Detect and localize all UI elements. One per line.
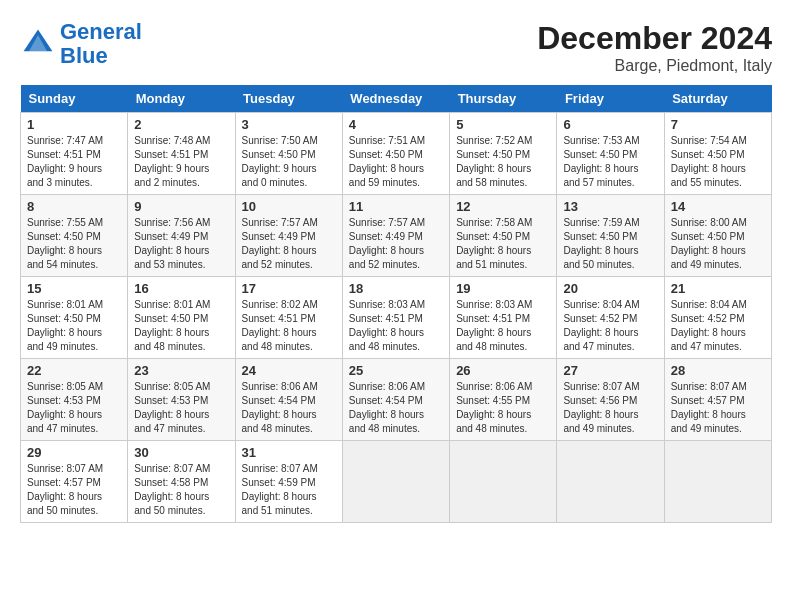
day-number: 12 (456, 199, 550, 214)
day-number: 28 (671, 363, 765, 378)
day-number: 24 (242, 363, 336, 378)
day-number: 3 (242, 117, 336, 132)
weekday-header-saturday: Saturday (664, 85, 771, 113)
weekday-header-friday: Friday (557, 85, 664, 113)
day-info: Sunrise: 7:51 AM Sunset: 4:50 PM Dayligh… (349, 134, 443, 190)
day-info: Sunrise: 7:55 AM Sunset: 4:50 PM Dayligh… (27, 216, 121, 272)
day-number: 13 (563, 199, 657, 214)
calendar-cell (557, 441, 664, 523)
day-info: Sunrise: 7:58 AM Sunset: 4:50 PM Dayligh… (456, 216, 550, 272)
calendar-cell: 19Sunrise: 8:03 AM Sunset: 4:51 PM Dayli… (450, 277, 557, 359)
calendar-cell: 31Sunrise: 8:07 AM Sunset: 4:59 PM Dayli… (235, 441, 342, 523)
calendar-cell: 30Sunrise: 8:07 AM Sunset: 4:58 PM Dayli… (128, 441, 235, 523)
logo-text: General Blue (60, 20, 142, 68)
day-info: Sunrise: 7:48 AM Sunset: 4:51 PM Dayligh… (134, 134, 228, 190)
calendar-cell: 2Sunrise: 7:48 AM Sunset: 4:51 PM Daylig… (128, 113, 235, 195)
calendar-table: SundayMondayTuesdayWednesdayThursdayFrid… (20, 85, 772, 523)
day-number: 10 (242, 199, 336, 214)
day-info: Sunrise: 7:54 AM Sunset: 4:50 PM Dayligh… (671, 134, 765, 190)
day-info: Sunrise: 8:06 AM Sunset: 4:54 PM Dayligh… (349, 380, 443, 436)
day-info: Sunrise: 8:07 AM Sunset: 4:59 PM Dayligh… (242, 462, 336, 518)
day-info: Sunrise: 8:01 AM Sunset: 4:50 PM Dayligh… (27, 298, 121, 354)
day-number: 4 (349, 117, 443, 132)
day-number: 17 (242, 281, 336, 296)
day-info: Sunrise: 7:52 AM Sunset: 4:50 PM Dayligh… (456, 134, 550, 190)
calendar-cell: 16Sunrise: 8:01 AM Sunset: 4:50 PM Dayli… (128, 277, 235, 359)
weekday-header-sunday: Sunday (21, 85, 128, 113)
calendar-cell: 24Sunrise: 8:06 AM Sunset: 4:54 PM Dayli… (235, 359, 342, 441)
day-number: 15 (27, 281, 121, 296)
weekday-header-thursday: Thursday (450, 85, 557, 113)
calendar-cell: 18Sunrise: 8:03 AM Sunset: 4:51 PM Dayli… (342, 277, 449, 359)
calendar-cell (450, 441, 557, 523)
weekday-header-wednesday: Wednesday (342, 85, 449, 113)
day-info: Sunrise: 7:56 AM Sunset: 4:49 PM Dayligh… (134, 216, 228, 272)
day-number: 7 (671, 117, 765, 132)
day-number: 25 (349, 363, 443, 378)
day-info: Sunrise: 8:05 AM Sunset: 4:53 PM Dayligh… (27, 380, 121, 436)
weekday-header-tuesday: Tuesday (235, 85, 342, 113)
day-info: Sunrise: 8:02 AM Sunset: 4:51 PM Dayligh… (242, 298, 336, 354)
day-number: 1 (27, 117, 121, 132)
calendar-cell: 29Sunrise: 8:07 AM Sunset: 4:57 PM Dayli… (21, 441, 128, 523)
calendar-cell: 21Sunrise: 8:04 AM Sunset: 4:52 PM Dayli… (664, 277, 771, 359)
day-number: 8 (27, 199, 121, 214)
calendar-cell (342, 441, 449, 523)
calendar-cell: 5Sunrise: 7:52 AM Sunset: 4:50 PM Daylig… (450, 113, 557, 195)
calendar-cell: 13Sunrise: 7:59 AM Sunset: 4:50 PM Dayli… (557, 195, 664, 277)
day-info: Sunrise: 8:06 AM Sunset: 4:54 PM Dayligh… (242, 380, 336, 436)
calendar-cell: 6Sunrise: 7:53 AM Sunset: 4:50 PM Daylig… (557, 113, 664, 195)
day-info: Sunrise: 8:07 AM Sunset: 4:56 PM Dayligh… (563, 380, 657, 436)
day-info: Sunrise: 8:07 AM Sunset: 4:57 PM Dayligh… (27, 462, 121, 518)
day-number: 21 (671, 281, 765, 296)
day-number: 5 (456, 117, 550, 132)
day-number: 23 (134, 363, 228, 378)
page-subtitle: Barge, Piedmont, Italy (537, 57, 772, 75)
day-info: Sunrise: 7:57 AM Sunset: 4:49 PM Dayligh… (242, 216, 336, 272)
day-info: Sunrise: 8:00 AM Sunset: 4:50 PM Dayligh… (671, 216, 765, 272)
day-number: 27 (563, 363, 657, 378)
day-number: 26 (456, 363, 550, 378)
day-number: 29 (27, 445, 121, 460)
day-info: Sunrise: 8:04 AM Sunset: 4:52 PM Dayligh… (563, 298, 657, 354)
day-info: Sunrise: 7:57 AM Sunset: 4:49 PM Dayligh… (349, 216, 443, 272)
calendar-cell: 10Sunrise: 7:57 AM Sunset: 4:49 PM Dayli… (235, 195, 342, 277)
day-info: Sunrise: 8:07 AM Sunset: 4:58 PM Dayligh… (134, 462, 228, 518)
day-number: 19 (456, 281, 550, 296)
calendar-cell: 27Sunrise: 8:07 AM Sunset: 4:56 PM Dayli… (557, 359, 664, 441)
calendar-cell: 22Sunrise: 8:05 AM Sunset: 4:53 PM Dayli… (21, 359, 128, 441)
day-info: Sunrise: 7:53 AM Sunset: 4:50 PM Dayligh… (563, 134, 657, 190)
weekday-header-monday: Monday (128, 85, 235, 113)
day-number: 30 (134, 445, 228, 460)
logo-icon (20, 26, 56, 62)
day-info: Sunrise: 7:59 AM Sunset: 4:50 PM Dayligh… (563, 216, 657, 272)
calendar-cell: 12Sunrise: 7:58 AM Sunset: 4:50 PM Dayli… (450, 195, 557, 277)
day-info: Sunrise: 7:47 AM Sunset: 4:51 PM Dayligh… (27, 134, 121, 190)
calendar-cell: 26Sunrise: 8:06 AM Sunset: 4:55 PM Dayli… (450, 359, 557, 441)
day-number: 6 (563, 117, 657, 132)
day-number: 14 (671, 199, 765, 214)
day-info: Sunrise: 8:04 AM Sunset: 4:52 PM Dayligh… (671, 298, 765, 354)
calendar-cell: 25Sunrise: 8:06 AM Sunset: 4:54 PM Dayli… (342, 359, 449, 441)
logo: General Blue (20, 20, 142, 68)
calendar-cell: 28Sunrise: 8:07 AM Sunset: 4:57 PM Dayli… (664, 359, 771, 441)
day-info: Sunrise: 8:03 AM Sunset: 4:51 PM Dayligh… (349, 298, 443, 354)
calendar-cell: 17Sunrise: 8:02 AM Sunset: 4:51 PM Dayli… (235, 277, 342, 359)
day-info: Sunrise: 8:06 AM Sunset: 4:55 PM Dayligh… (456, 380, 550, 436)
day-number: 18 (349, 281, 443, 296)
day-number: 11 (349, 199, 443, 214)
calendar-cell: 23Sunrise: 8:05 AM Sunset: 4:53 PM Dayli… (128, 359, 235, 441)
calendar-cell: 14Sunrise: 8:00 AM Sunset: 4:50 PM Dayli… (664, 195, 771, 277)
day-number: 16 (134, 281, 228, 296)
day-info: Sunrise: 8:01 AM Sunset: 4:50 PM Dayligh… (134, 298, 228, 354)
calendar-cell: 15Sunrise: 8:01 AM Sunset: 4:50 PM Dayli… (21, 277, 128, 359)
day-info: Sunrise: 8:05 AM Sunset: 4:53 PM Dayligh… (134, 380, 228, 436)
calendar-cell: 11Sunrise: 7:57 AM Sunset: 4:49 PM Dayli… (342, 195, 449, 277)
page-title: December 2024 (537, 20, 772, 57)
day-number: 2 (134, 117, 228, 132)
calendar-cell: 3Sunrise: 7:50 AM Sunset: 4:50 PM Daylig… (235, 113, 342, 195)
calendar-cell: 1Sunrise: 7:47 AM Sunset: 4:51 PM Daylig… (21, 113, 128, 195)
calendar-cell: 4Sunrise: 7:51 AM Sunset: 4:50 PM Daylig… (342, 113, 449, 195)
day-info: Sunrise: 8:03 AM Sunset: 4:51 PM Dayligh… (456, 298, 550, 354)
day-number: 20 (563, 281, 657, 296)
